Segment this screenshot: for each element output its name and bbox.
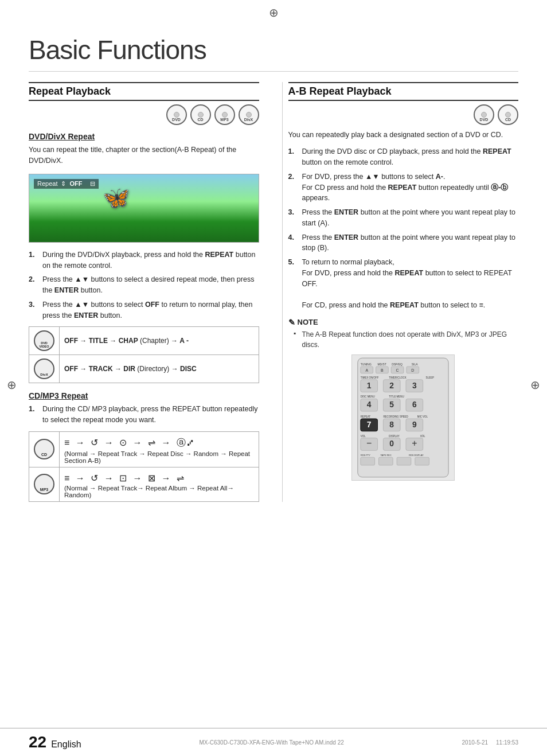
svg-text:D: D [412, 368, 415, 372]
mp3-repeat-content: ≡ → ↺ → ⊡ → ⊠ → ⇌ (Normal → Repeat Track… [60, 467, 259, 501]
page-number: 22 [29, 733, 46, 751]
left-disc-icons: DVD CD MP3 DivX [29, 104, 259, 125]
dvd-icon: DVD [166, 104, 187, 125]
mp3-mode-icon: MP3 [34, 474, 54, 494]
svg-rect-51 [361, 457, 375, 465]
dvd-mode-text: OFF → TITLE → CHAP (Chapter) → A - [60, 327, 259, 355]
ab-repeat-title-block: A-B Repeat Playback [288, 82, 519, 101]
crosshair-top-icon: ⊕ [269, 6, 279, 20]
note-list: The A-B Repeat function does not operate… [288, 329, 519, 350]
svg-text:+: + [412, 438, 417, 448]
repeat-icon: ⊟ [90, 180, 95, 188]
ab-dvd-icon: DVD [474, 104, 494, 125]
svg-text:−: − [366, 438, 372, 448]
svg-text:9: 9 [412, 420, 417, 429]
dvd-step-1: 1. During the DVD/DivX playback, press a… [29, 250, 259, 271]
svg-text:8: 8 [390, 420, 394, 429]
ab-step-3: 3. Press the ENTER button at the point w… [288, 207, 519, 229]
svg-text:4: 4 [367, 400, 372, 409]
mp3-symbol-row: ≡ → ↺ → ⊡ → ⊠ → ⇌ [64, 473, 254, 484]
svg-text:SLEEP: SLEEP [426, 376, 434, 379]
svg-rect-52 [379, 457, 393, 465]
svg-text:3: 3 [412, 380, 417, 389]
svg-text:DISC MENU: DISC MENU [361, 395, 375, 398]
butterfly-icon: 🦋 [103, 185, 130, 211]
repeat-arrows: ⇕ [61, 180, 66, 188]
cd-icon-cell: CD [29, 431, 60, 467]
info-row-dvd: DVDVIDEO OFF → TITLE → CHAP (Chapter) → … [29, 327, 259, 355]
ab-steps-list: 1. During the DVD disc or CD playback, p… [288, 146, 519, 311]
page-footer: 22 English MX-C630D-C730D-XFA-ENG-With T… [0, 728, 547, 756]
cd-mp3-step-1: 1. During the CD/ MP3 playback, press th… [29, 404, 259, 426]
svg-text:DSP/EQ: DSP/EQ [392, 363, 403, 366]
note-section: NOTE The A-B Repeat function does not op… [288, 318, 519, 350]
ab-step-5: 5. To return to normal playback,For DVD,… [288, 257, 519, 311]
dvd-video-icon: DVDVIDEO [34, 330, 54, 351]
dvd-divx-title: DVD/DivX Repeat [29, 132, 259, 141]
screenshot-overlay: Repeat ⇕ OFF ⊟ [34, 179, 99, 189]
info-row-divx: DivX OFF → TRACK → DIR (Directory) → DIS… [29, 355, 259, 383]
cd-mp3-section: CD/MP3 Repeat 1. During the CD/ MP3 play… [29, 391, 259, 502]
svg-text:TAPE REC: TAPE REC [381, 454, 392, 457]
ab-intro: You can repeatedly play back a designate… [288, 130, 519, 141]
crosshair-left-icon: ⊕ [7, 378, 17, 392]
mp3-repeat-desc: (Normal → Repeat Track→ Repeat Album → R… [64, 485, 254, 498]
cd-icon: CD [190, 104, 211, 125]
ab-step-2: 2. For DVD, press the ▲▼ buttons to sele… [288, 172, 519, 204]
dvd-step-3: 3. Press the ▲▼ buttons to select OFF to… [29, 299, 259, 321]
dvd-info-table: DVDVIDEO OFF → TITLE → CHAP (Chapter) → … [29, 326, 259, 383]
crosshair-right-icon: ⊕ [530, 378, 540, 392]
repeat-label: Repeat [37, 180, 57, 187]
remote-control-image: TUNING MD/ST DSP/EQ SILA A B C D TIMEX O… [351, 354, 455, 481]
svg-text:A: A [366, 368, 369, 372]
svg-text:RECORDING SPEED: RECORDING SPEED [384, 415, 408, 418]
cd-mp3-title: CD/MP3 Repeat [29, 391, 259, 400]
svg-text:7: 7 [367, 420, 372, 429]
note-title: NOTE [288, 318, 519, 327]
ab-step-1: 1. During the DVD disc or CD playback, p… [288, 146, 519, 168]
svg-text:TIMEX ON/OFF: TIMEX ON/OFF [361, 376, 379, 379]
page-language: English [51, 739, 81, 750]
svg-text:VOL: VOL [361, 434, 366, 437]
dvd-divx-intro: You can repeat the title, chapter or the… [29, 145, 259, 167]
svg-text:TITLE MENU: TITLE MENU [389, 395, 404, 398]
repeat-value: OFF [69, 180, 82, 187]
cd-mode-icon: CD [34, 439, 54, 459]
svg-text:DISPLAY: DISPLAY [389, 434, 400, 437]
footer-datetime: 2010-5-21 11:19:53 [462, 739, 518, 746]
page-number-block: 22 English [29, 733, 81, 751]
svg-text:6: 6 [412, 400, 417, 409]
svg-text:TUNING: TUNING [361, 363, 372, 366]
divx-cell: DivX [29, 355, 60, 383]
svg-text:RDS PTY: RDS PTY [361, 454, 370, 457]
note-item-1: The A-B Repeat function does not operate… [294, 329, 519, 350]
screenshot-box: 🦋 Repeat ⇕ OFF ⊟ [29, 174, 259, 243]
repeat-playback-title: Repeat Playback [29, 82, 259, 101]
ab-step-4: 4. Press the ENTER button at the point w… [288, 232, 519, 254]
page-wrapper: ⊕ ⊕ ⊕ Basic Functions Repeat Playback DV… [0, 0, 547, 756]
cd-mp3-table: CD ≡ → ↺ → ⊙ → ⇌ → ⓐ⑇ (Normal → Repeat T… [29, 431, 259, 502]
footer-filename: MX-C630D-C730D-XFA-ENG-With Tape+NO AM.i… [199, 739, 343, 746]
dvd-video-cell: DVDVIDEO [29, 327, 60, 355]
svg-text:0: 0 [390, 439, 394, 448]
left-column: Repeat Playback DVD CD MP3 DivX DVD/DivX… [29, 82, 265, 502]
ab-cd-icon: CD [498, 104, 518, 125]
svg-text:SILA: SILA [412, 363, 418, 366]
svg-text:2: 2 [390, 380, 394, 389]
svg-text:MIC VOL: MIC VOL [417, 415, 428, 418]
remote-container: TUNING MD/ST DSP/EQ SILA A B C D TIMEX O… [288, 354, 519, 481]
cd-repeat-desc: (Normal → Repeat Track → Repeat Disc → R… [64, 450, 254, 464]
divx-mode-text: OFF → TRACK → DIR (Directory) → DISC [60, 355, 259, 383]
cd-repeat-row: CD ≡ → ↺ → ⊙ → ⇌ → ⓐ⑇ (Normal → Repeat T… [29, 431, 259, 467]
mp3-icon: MP3 [214, 104, 235, 125]
svg-rect-53 [397, 457, 411, 465]
svg-text:C: C [396, 368, 399, 372]
mp3-icon-cell: MP3 [29, 467, 60, 501]
mp3-repeat-row: MP3 ≡ → ↺ → ⊡ → ⊠ → ⇌ (Normal → Repeat T… [29, 467, 259, 501]
svg-text:TIMER/CLOCK: TIMER/CLOCK [389, 376, 407, 379]
cd-mp3-steps: 1. During the CD/ MP3 playback, press th… [29, 404, 259, 426]
page-title: Basic Functions [29, 34, 518, 72]
svg-rect-54 [415, 457, 429, 465]
cd-symbol-row: ≡ → ↺ → ⊙ → ⇌ → ⓐ⑇ [64, 437, 254, 449]
dvd-step-2: 2. Press the ▲▼ buttons to select a desi… [29, 274, 259, 296]
